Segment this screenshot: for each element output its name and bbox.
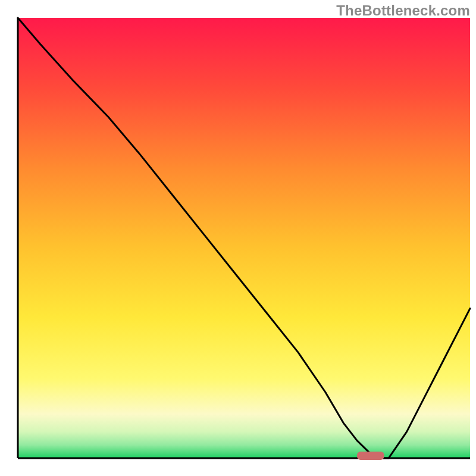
chart-svg (0, 0, 476, 476)
chart-container: TheBottleneck.com (0, 0, 476, 476)
plot-background (18, 18, 470, 458)
optimal-marker (357, 452, 384, 460)
watermark-text: TheBottleneck.com (336, 2, 470, 19)
